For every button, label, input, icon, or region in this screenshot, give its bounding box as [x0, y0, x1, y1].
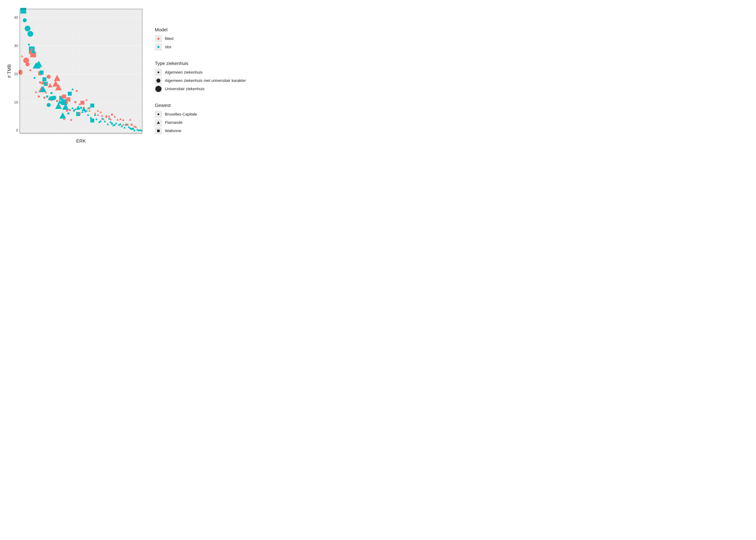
legend-key-size3: [155, 85, 162, 92]
svg-point-201: [26, 62, 30, 66]
svg-point-227: [46, 83, 48, 85]
svg-point-338: [157, 46, 160, 48]
svg-point-340: [157, 79, 160, 82]
svg-rect-197: [21, 8, 26, 14]
svg-rect-285: [90, 103, 94, 107]
svg-point-337: [157, 38, 160, 40]
svg-text:20: 20: [14, 72, 18, 76]
svg-rect-238: [56, 100, 58, 102]
svg-rect-255: [67, 112, 69, 114]
svg-rect-215: [38, 95, 40, 97]
legend-key-size2: [155, 77, 162, 84]
svg-text:30: 30: [14, 44, 18, 48]
legend-key-size1: [155, 69, 162, 76]
legend-key-obs: [155, 43, 162, 51]
svg-rect-305: [111, 123, 113, 125]
legend-size: Type ziekenhuis Algemeen ziekenhuis Alge…: [155, 61, 246, 93]
svg-rect-344: [157, 130, 160, 132]
legend-shape-title: Gewest: [155, 103, 246, 108]
svg-point-203: [28, 31, 33, 37]
legend-shape: Gewest Bruxelles-Capitale Flamande Wallo…: [155, 103, 246, 136]
svg-rect-218: [40, 70, 44, 74]
svg-rect-226: [46, 95, 48, 97]
svg-point-229: [47, 103, 51, 107]
legend-key-square: [155, 127, 162, 134]
legend-color-item: fitted: [155, 35, 246, 42]
legend-panel: Model fitted obs Type ziekenhuis Alge: [155, 7, 246, 136]
svg-rect-326: [132, 128, 134, 130]
legend-size-item: Algemeen ziekenhuis met universitair kar…: [155, 77, 246, 84]
svg-text:10: 10: [14, 100, 18, 104]
svg-rect-257: [69, 109, 71, 111]
svg-rect-252: [66, 110, 68, 112]
legend-size-item: Algemeen ziekenhuis: [155, 69, 246, 76]
svg-rect-284: [90, 118, 94, 122]
svg-rect-222: [43, 77, 47, 81]
svg-rect-249: [62, 94, 66, 98]
svg-point-198: [23, 18, 27, 22]
svg-rect-233: [51, 92, 53, 94]
svg-rect-271: [80, 101, 84, 105]
svg-point-228: [47, 75, 51, 79]
legend-key-circle: [155, 111, 162, 118]
svg-marker-343: [157, 121, 160, 124]
svg-text:40: 40: [14, 16, 18, 19]
svg-text:# TMB: # TMB: [7, 64, 12, 78]
svg-point-339: [158, 71, 159, 73]
legend-shape-item: Flamande: [155, 119, 246, 126]
legend-color-title: Model: [155, 27, 246, 33]
legend-color-item: obs: [155, 43, 246, 51]
svg-point-341: [155, 86, 162, 92]
legend-shape-item: Bruxelles-Capitale: [155, 111, 246, 118]
scatter-plot: 010203040ERK# TMB: [7, 7, 144, 146]
legend-color: Model fitted obs: [155, 27, 246, 52]
svg-point-342: [158, 113, 159, 115]
svg-rect-306: [111, 114, 113, 116]
svg-rect-268: [79, 112, 81, 114]
svg-point-199: [23, 58, 29, 63]
svg-rect-320: [126, 124, 128, 126]
svg-rect-216: [39, 81, 41, 83]
svg-rect-324: [131, 124, 133, 126]
svg-point-200: [25, 26, 31, 31]
svg-rect-270: [80, 107, 82, 109]
legend-key-triangle: [155, 119, 162, 126]
svg-rect-223: [43, 97, 45, 99]
legend-key-fitted: [155, 35, 162, 42]
svg-point-259: [70, 119, 72, 121]
svg-rect-263: [74, 101, 76, 103]
svg-point-236: [52, 95, 56, 99]
svg-text:0: 0: [16, 128, 18, 132]
svg-point-205: [29, 69, 31, 71]
svg-point-195: [19, 71, 23, 75]
svg-point-210: [34, 77, 36, 79]
legend-shape-item: Wallonne: [155, 127, 246, 134]
svg-rect-253: [66, 102, 68, 104]
legend-size-item: Universitair ziekenhuis: [155, 85, 246, 92]
svg-text:ERK: ERK: [76, 138, 86, 144]
legend-size-title: Type ziekenhuis: [155, 61, 246, 66]
svg-point-202: [28, 44, 30, 46]
svg-point-265: [76, 90, 78, 92]
svg-rect-256: [68, 92, 71, 95]
